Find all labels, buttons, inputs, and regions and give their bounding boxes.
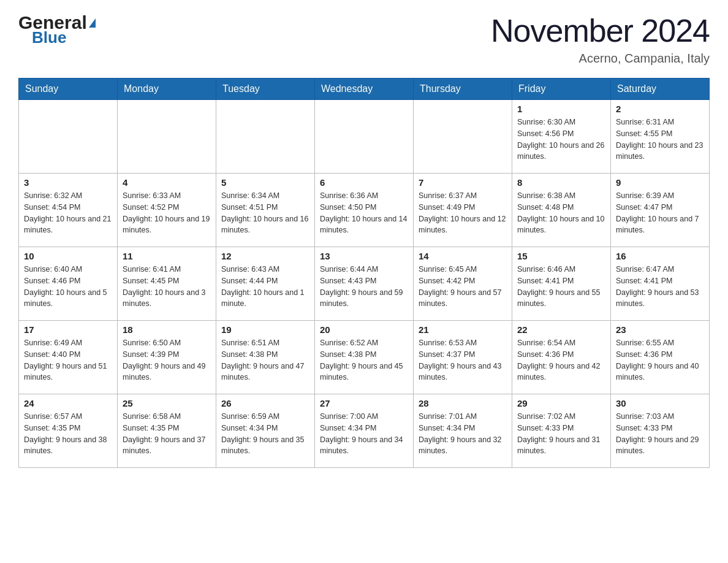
day-number: 29 <box>517 398 605 408</box>
calendar-cell: 25Sunrise: 6:58 AM Sunset: 4:35 PM Dayli… <box>118 394 216 468</box>
day-info: Sunrise: 6:34 AM Sunset: 4:51 PM Dayligh… <box>221 190 309 236</box>
day-number: 14 <box>419 251 507 261</box>
weekday-header-thursday: Thursday <box>414 79 512 100</box>
day-info: Sunrise: 6:36 AM Sunset: 4:50 PM Dayligh… <box>320 190 408 236</box>
day-info: Sunrise: 7:01 AM Sunset: 4:34 PM Dayligh… <box>419 411 507 457</box>
calendar-cell: 3Sunrise: 6:32 AM Sunset: 4:54 PM Daylig… <box>19 174 118 247</box>
calendar-cell: 11Sunrise: 6:41 AM Sunset: 4:45 PM Dayli… <box>118 247 216 321</box>
day-info: Sunrise: 6:54 AM Sunset: 4:36 PM Dayligh… <box>517 337 605 383</box>
calendar-cell: 12Sunrise: 6:43 AM Sunset: 4:44 PM Dayli… <box>216 247 315 321</box>
calendar-cell: 7Sunrise: 6:37 AM Sunset: 4:49 PM Daylig… <box>414 174 512 247</box>
calendar-cell <box>414 100 512 174</box>
weekday-header-friday: Friday <box>512 79 611 100</box>
day-number: 21 <box>419 324 507 335</box>
weekday-header-wednesday: Wednesday <box>315 79 414 100</box>
calendar-cell: 28Sunrise: 7:01 AM Sunset: 4:34 PM Dayli… <box>414 394 512 468</box>
calendar-cell: 8Sunrise: 6:38 AM Sunset: 4:48 PM Daylig… <box>512 174 611 247</box>
day-number: 22 <box>517 324 605 335</box>
calendar-cell: 17Sunrise: 6:49 AM Sunset: 4:40 PM Dayli… <box>19 321 118 394</box>
calendar-cell: 21Sunrise: 6:53 AM Sunset: 4:37 PM Dayli… <box>414 321 512 394</box>
day-number: 19 <box>221 324 309 335</box>
day-number: 5 <box>221 177 309 188</box>
day-info: Sunrise: 6:46 AM Sunset: 4:41 PM Dayligh… <box>517 264 605 310</box>
day-number: 2 <box>616 104 704 114</box>
day-info: Sunrise: 6:38 AM Sunset: 4:48 PM Dayligh… <box>517 190 605 236</box>
calendar-cell <box>19 100 118 174</box>
day-info: Sunrise: 6:40 AM Sunset: 4:46 PM Dayligh… <box>24 264 112 310</box>
calendar-cell: 30Sunrise: 7:03 AM Sunset: 4:33 PM Dayli… <box>611 394 710 468</box>
calendar-cell: 9Sunrise: 6:39 AM Sunset: 4:47 PM Daylig… <box>611 174 710 247</box>
week-row-2: 3Sunrise: 6:32 AM Sunset: 4:54 PM Daylig… <box>19 174 710 247</box>
page-header: General Blue November 2024 Acerno, Campa… <box>18 12 710 66</box>
day-number: 30 <box>616 398 704 408</box>
calendar-cell: 13Sunrise: 6:44 AM Sunset: 4:43 PM Dayli… <box>315 247 414 321</box>
calendar-cell: 23Sunrise: 6:55 AM Sunset: 4:36 PM Dayli… <box>611 321 710 394</box>
week-row-4: 17Sunrise: 6:49 AM Sunset: 4:40 PM Dayli… <box>19 321 710 394</box>
day-info: Sunrise: 6:57 AM Sunset: 4:35 PM Dayligh… <box>24 411 112 457</box>
day-info: Sunrise: 7:03 AM Sunset: 4:33 PM Dayligh… <box>616 411 704 457</box>
day-number: 13 <box>320 251 408 261</box>
day-info: Sunrise: 6:58 AM Sunset: 4:35 PM Dayligh… <box>123 411 211 457</box>
calendar-cell: 14Sunrise: 6:45 AM Sunset: 4:42 PM Dayli… <box>414 247 512 321</box>
calendar-table: SundayMondayTuesdayWednesdayThursdayFrid… <box>18 78 710 468</box>
day-info: Sunrise: 6:31 AM Sunset: 4:55 PM Dayligh… <box>616 117 704 163</box>
calendar-cell: 10Sunrise: 6:40 AM Sunset: 4:46 PM Dayli… <box>19 247 118 321</box>
calendar-cell <box>315 100 414 174</box>
day-info: Sunrise: 6:52 AM Sunset: 4:38 PM Dayligh… <box>320 337 408 383</box>
day-number: 11 <box>123 251 211 261</box>
logo-triangle-icon <box>89 18 96 28</box>
calendar-cell: 22Sunrise: 6:54 AM Sunset: 4:36 PM Dayli… <box>512 321 611 394</box>
month-title: November 2024 <box>491 12 710 49</box>
calendar-cell <box>118 100 216 174</box>
day-info: Sunrise: 6:37 AM Sunset: 4:49 PM Dayligh… <box>419 190 507 236</box>
weekday-header-saturday: Saturday <box>611 79 710 100</box>
day-info: Sunrise: 6:41 AM Sunset: 4:45 PM Dayligh… <box>123 264 211 310</box>
day-info: Sunrise: 6:53 AM Sunset: 4:37 PM Dayligh… <box>419 337 507 383</box>
calendar-cell: 1Sunrise: 6:30 AM Sunset: 4:56 PM Daylig… <box>512 100 611 174</box>
calendar-cell: 26Sunrise: 6:59 AM Sunset: 4:34 PM Dayli… <box>216 394 315 468</box>
week-row-1: 1Sunrise: 6:30 AM Sunset: 4:56 PM Daylig… <box>19 100 710 174</box>
logo-blue-text: Blue <box>32 28 66 47</box>
calendar-cell <box>216 100 315 174</box>
calendar-cell: 4Sunrise: 6:33 AM Sunset: 4:52 PM Daylig… <box>118 174 216 247</box>
week-row-3: 10Sunrise: 6:40 AM Sunset: 4:46 PM Dayli… <box>19 247 710 321</box>
calendar-cell: 16Sunrise: 6:47 AM Sunset: 4:41 PM Dayli… <box>611 247 710 321</box>
calendar-header-row: SundayMondayTuesdayWednesdayThursdayFrid… <box>19 79 710 100</box>
calendar-cell: 19Sunrise: 6:51 AM Sunset: 4:38 PM Dayli… <box>216 321 315 394</box>
day-number: 12 <box>221 251 309 261</box>
day-number: 25 <box>123 398 211 408</box>
day-info: Sunrise: 6:59 AM Sunset: 4:34 PM Dayligh… <box>221 411 309 457</box>
calendar-cell: 20Sunrise: 6:52 AM Sunset: 4:38 PM Dayli… <box>315 321 414 394</box>
day-info: Sunrise: 7:00 AM Sunset: 4:34 PM Dayligh… <box>320 411 408 457</box>
calendar-cell: 29Sunrise: 7:02 AM Sunset: 4:33 PM Dayli… <box>512 394 611 468</box>
day-info: Sunrise: 6:51 AM Sunset: 4:38 PM Dayligh… <box>221 337 309 383</box>
day-info: Sunrise: 6:49 AM Sunset: 4:40 PM Dayligh… <box>24 337 112 383</box>
day-number: 20 <box>320 324 408 335</box>
title-block: November 2024 Acerno, Campania, Italy <box>491 12 710 66</box>
calendar-cell: 2Sunrise: 6:31 AM Sunset: 4:55 PM Daylig… <box>611 100 710 174</box>
day-info: Sunrise: 6:39 AM Sunset: 4:47 PM Dayligh… <box>616 190 704 236</box>
calendar-cell: 18Sunrise: 6:50 AM Sunset: 4:39 PM Dayli… <box>118 321 216 394</box>
calendar-cell: 24Sunrise: 6:57 AM Sunset: 4:35 PM Dayli… <box>19 394 118 468</box>
logo: General Blue <box>18 12 96 47</box>
day-number: 7 <box>419 177 507 188</box>
weekday-header-monday: Monday <box>118 79 216 100</box>
day-number: 3 <box>24 177 112 188</box>
day-number: 16 <box>616 251 704 261</box>
calendar-cell: 6Sunrise: 6:36 AM Sunset: 4:50 PM Daylig… <box>315 174 414 247</box>
day-number: 24 <box>24 398 112 408</box>
week-row-5: 24Sunrise: 6:57 AM Sunset: 4:35 PM Dayli… <box>19 394 710 468</box>
day-number: 17 <box>24 324 112 335</box>
day-number: 18 <box>123 324 211 335</box>
day-info: Sunrise: 6:45 AM Sunset: 4:42 PM Dayligh… <box>419 264 507 310</box>
day-number: 9 <box>616 177 704 188</box>
calendar-cell: 15Sunrise: 6:46 AM Sunset: 4:41 PM Dayli… <box>512 247 611 321</box>
day-info: Sunrise: 6:30 AM Sunset: 4:56 PM Dayligh… <box>517 117 605 163</box>
day-info: Sunrise: 7:02 AM Sunset: 4:33 PM Dayligh… <box>517 411 605 457</box>
day-info: Sunrise: 6:44 AM Sunset: 4:43 PM Dayligh… <box>320 264 408 310</box>
weekday-header-tuesday: Tuesday <box>216 79 315 100</box>
calendar-cell: 27Sunrise: 7:00 AM Sunset: 4:34 PM Dayli… <box>315 394 414 468</box>
day-info: Sunrise: 6:50 AM Sunset: 4:39 PM Dayligh… <box>123 337 211 383</box>
day-number: 28 <box>419 398 507 408</box>
day-number: 1 <box>517 104 605 114</box>
